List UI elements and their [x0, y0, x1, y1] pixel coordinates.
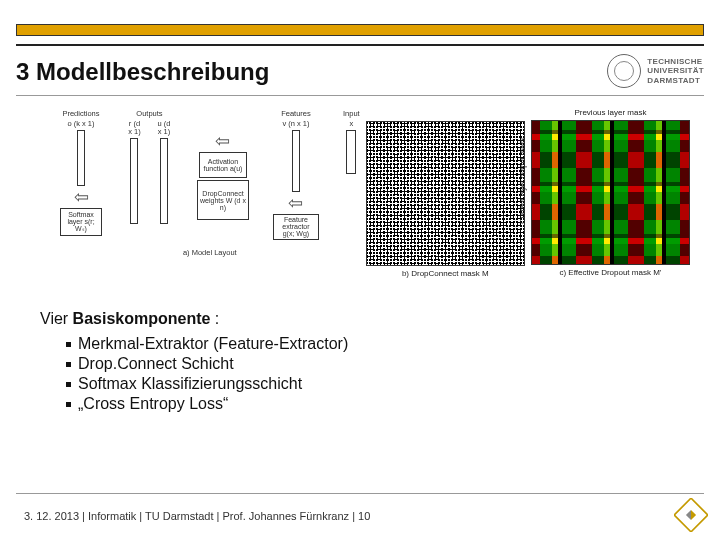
panel-b-caption: b) DropConnect mask M: [402, 269, 489, 278]
outputs-group: Outputs r (d x 1) u (d x 1): [126, 110, 173, 224]
outputs-r: r (d x 1): [126, 120, 143, 136]
r-vector: [130, 138, 138, 224]
rule-top: [16, 44, 704, 46]
predictions-group: Predictions o (k x 1) ⇦ Softmax layer s(…: [60, 110, 102, 236]
input-group: Input x: [343, 110, 360, 174]
mask-tartan: [531, 120, 690, 265]
softmax-box: Softmax layer s(r; Wₛ): [60, 208, 102, 236]
input-vector: [346, 130, 356, 174]
predictions-vector: [77, 130, 85, 186]
outputs-label: Outputs: [136, 110, 162, 118]
accent-bar: [16, 24, 704, 36]
features-vector: [292, 130, 300, 192]
input-label: Input: [343, 110, 360, 118]
intro-line: Vier Basiskomponente :: [40, 310, 680, 328]
input-dim: x: [349, 120, 353, 128]
panel-c-side-label: Current layer output mask: [517, 137, 526, 223]
features-dim: v (n x 1): [282, 120, 309, 128]
slide-title: 3 Modellbeschreibung: [16, 58, 269, 86]
arrow-left-icon: ⇦: [74, 188, 89, 206]
intro-suffix: :: [210, 310, 219, 327]
list-item: Softmax Klassifizierungsschicht: [66, 374, 680, 394]
predictions-dim: o (k x 1): [67, 120, 94, 128]
logo-line2: UNIVERSITÄT: [647, 66, 704, 75]
dropconnect-box: DropConnect weights W (d x n): [197, 180, 249, 220]
mask-noise: [366, 121, 525, 266]
list-item: Drop.Connect Schicht: [66, 354, 680, 374]
arrow-left-icon: ⇦: [288, 194, 303, 212]
panel-b-dropconnect-mask: b) DropConnect mask M: [366, 108, 525, 293]
features-label: Features: [281, 110, 311, 118]
panel-a-caption: a) Model Layout: [183, 249, 237, 257]
list-item: Merkmal-Extraktor (Feature-Extractor): [66, 334, 680, 354]
body-content: Vier Basiskomponente : Merkmal-Extraktor…: [40, 310, 680, 414]
arrow-left-icon: ⇦: [215, 132, 230, 150]
activation-box: Activation function a(u): [199, 152, 247, 178]
list-item: „Cross Entropy Loss“: [66, 394, 680, 414]
rule-bottom: [16, 493, 704, 494]
outputs-u: u (d x 1): [155, 120, 173, 136]
middle-boxes: ⇦ Activation function a(u) DropConnect w…: [197, 132, 249, 220]
footer-text: 3. 12. 2013 | Informatik | TU Darmstadt …: [24, 510, 370, 522]
extractor-box: Feature extractor g(x; Wg): [273, 214, 319, 240]
predictions-label: Predictions: [62, 110, 99, 118]
panel-c-dropout-mask: Previous layer mask Current layer output…: [531, 108, 690, 293]
features-group: Features v (n x 1) ⇦ Feature extractor g…: [273, 110, 319, 240]
athena-seal-icon: [607, 54, 641, 88]
nav-diamond-icon: [674, 498, 708, 532]
intro-bold: Basiskomponente: [73, 310, 211, 327]
rule-under-title: [16, 95, 704, 96]
university-name: TECHNISCHE UNIVERSITÄT DARMSTADT: [647, 57, 704, 85]
panel-c-top-label: Previous layer mask: [574, 108, 646, 117]
figure: Predictions o (k x 1) ⇦ Softmax layer s(…: [60, 108, 690, 293]
intro-prefix: Vier: [40, 310, 73, 327]
logo-line3: DARMSTADT: [647, 76, 704, 85]
u-vector: [160, 138, 168, 224]
bullet-list: Merkmal-Extraktor (Feature-Extractor) Dr…: [40, 334, 680, 414]
panel-a-model-layout: Predictions o (k x 1) ⇦ Softmax layer s(…: [60, 108, 360, 293]
panel-c-caption: c) Effective Dropout mask M': [559, 268, 661, 277]
university-logo: TECHNISCHE UNIVERSITÄT DARMSTADT: [607, 54, 704, 88]
logo-line1: TECHNISCHE: [647, 57, 704, 66]
